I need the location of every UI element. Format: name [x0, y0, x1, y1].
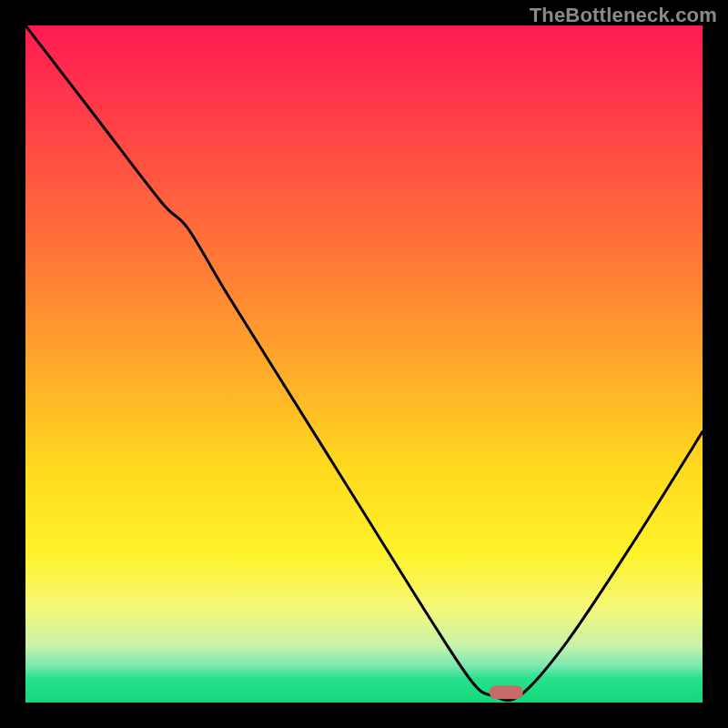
chart-svg: [25, 25, 703, 703]
watermark-text: TheBottleneck.com: [530, 4, 717, 27]
target-marker: [490, 685, 523, 699]
chart-container: TheBottleneck.com: [0, 0, 728, 728]
bottleneck-curve: [25, 25, 703, 701]
plot-area: [25, 25, 703, 703]
